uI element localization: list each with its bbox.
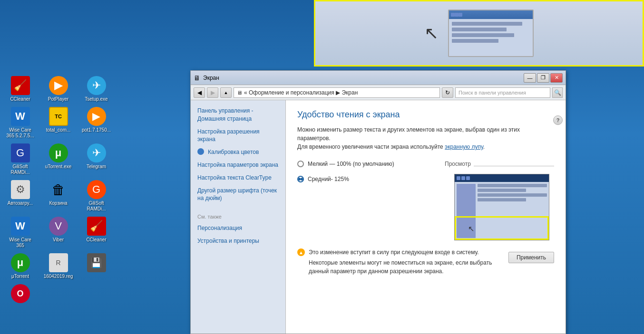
title-bar-text: Экран [203, 75, 219, 81]
main-content: Панель управления - Домашняя страница На… [191, 100, 566, 334]
avtozagr-label: Автозагру... [8, 200, 33, 206]
sidebar-link-params[interactable]: Настройка параметров экрана [191, 159, 285, 171]
desktop-icon-ccleaner[interactable]: 🧹 CCleaner [5, 76, 36, 102]
potplayer-label: PotPlayer [48, 96, 68, 102]
ccleaner-icon: 🧹 [11, 76, 30, 95]
forward-button[interactable]: ▶ [207, 87, 218, 98]
preview-window: ↖ [454, 174, 549, 240]
back-button[interactable]: ◀ [194, 87, 205, 98]
address-bar: ◀ ▶ ▲ 🖥 « Оформление и персонализация ▶ … [191, 85, 566, 100]
wiscare2-icon: W [11, 217, 30, 236]
desktop-icon-tsetup[interactable]: ✈ Tsetup.exe [81, 76, 112, 102]
up-button[interactable]: ▲ [220, 87, 232, 98]
utorrent2-icon: μ [11, 253, 30, 272]
content-title: Удобство чтения с экрана [297, 110, 554, 120]
sidebar-link-fontsize[interactable]: Другой размер шрифта (точек на дюйм) [191, 185, 285, 205]
radio-option-small[interactable]: Мелкий — 100% (по умолчанию) [297, 161, 445, 167]
telegram-label: Telegram [87, 164, 106, 170]
pw-dot-3 [466, 176, 470, 180]
sidebar-see-also: См. также [191, 212, 285, 221]
sidebar-link-calibration[interactable]: Калибровка цветов [191, 146, 285, 158]
floppy-icon: 💾 [87, 253, 106, 272]
viber-label: Viber [53, 237, 64, 243]
radio-medium-input[interactable] [297, 176, 304, 182]
desktop-icon-wiscare[interactable]: W Wise Care 365 5.2.7.5... [5, 107, 36, 139]
ccleaner2-label: CCleaner [86, 237, 106, 243]
preview-cursor-icon: ↖ [468, 224, 474, 233]
ccleaner-label: CCleaner [10, 96, 30, 102]
sidebar-link-resolution[interactable]: Настройка разрешения экрана [191, 126, 285, 146]
totalcmd-label: total_com... [46, 127, 71, 133]
desktop-icon-avtozagr[interactable]: ⚙ Автозагру... [5, 180, 36, 212]
description-end: . [483, 143, 485, 150]
korzina-icon: 🗑 [49, 180, 68, 199]
help-button[interactable]: ? [553, 115, 563, 125]
radio-medium-label: Средний- 125% [308, 176, 349, 182]
apply-button[interactable]: Применить [508, 252, 554, 263]
radio-option-medium[interactable]: Средний- 125% [297, 176, 445, 182]
sidebar-link-personalization[interactable]: Персонализация [191, 222, 285, 234]
minimize-button[interactable]: — [524, 73, 536, 83]
content-description: Можно изменить размер текста и других эл… [297, 125, 554, 151]
desktop-icon-korzina[interactable]: 🗑 Корзина [43, 180, 74, 212]
desktop-icon-floppy[interactable]: 💾 [81, 253, 112, 279]
totalcmd-icon: TC [49, 107, 68, 126]
utorrent2-label: μTorrent [11, 274, 29, 279]
gilisoft2-icon: G [87, 180, 106, 199]
refresh-button[interactable]: ↻ [442, 87, 453, 98]
tsetup-label: Tsetup.exe [85, 96, 107, 102]
sidebar-home-link[interactable]: Панель управления - Домашняя страница [191, 105, 285, 125]
mini-title-bar [449, 10, 533, 19]
top-preview-area: ↖ [314, 0, 644, 67]
desktop-icon-reg[interactable]: R 16042019.reg [43, 253, 74, 279]
calibration-icon [197, 148, 204, 155]
top-preview-window [448, 10, 534, 57]
close-button[interactable]: ✕ [550, 73, 563, 83]
desktop-icon-utorrent2[interactable]: μ μTorrent [5, 253, 36, 279]
screen-magnifier-link[interactable]: экранную лупу [445, 143, 483, 150]
opera-icon: O [11, 284, 30, 303]
mini-content [449, 19, 533, 56]
search-field[interactable]: Поиск в панели управления [455, 87, 550, 98]
desktop-icon-ccleaner2[interactable]: 🧹 CCleaner [81, 217, 112, 248]
desktop-icon-gilisoft2[interactable]: G GiliSoft RAMDi... [81, 180, 112, 212]
desktop-icon-wiscare2[interactable]: W Wise Care 365 [5, 217, 36, 248]
ccleaner2-icon: 🧹 [87, 217, 106, 236]
reg-icon: R [49, 253, 68, 272]
gilisoft2-label: GiliSoft RAMDi... [81, 200, 112, 212]
radio-selected-dot [298, 178, 301, 181]
tsetup-icon: ✈ [87, 76, 106, 95]
preview-divider [474, 166, 554, 166]
title-bar-controls: — ❐ ✕ [524, 73, 563, 83]
desktop-icon-telegram[interactable]: ✈ Telegram [81, 143, 112, 175]
pot17-label: pot1.7.1750... [82, 127, 111, 133]
address-field[interactable]: 🖥 « Оформление и персонализация ▶ Экран [234, 87, 440, 98]
desktop-icon-viber[interactable]: V Viber [43, 217, 74, 248]
warning-icon: ▲ [297, 248, 305, 256]
desktop-icon-utorrent[interactable]: μ uTorrent.exe [43, 143, 74, 175]
calibration-label: Калибровка цветов [208, 148, 259, 156]
sidebar-link-cleartype[interactable]: Настройка текста ClearType [191, 172, 285, 184]
desktop-icon-potplayer[interactable]: ▶ PotPlayer [43, 76, 74, 102]
desktop-icon-pot17[interactable]: ▶ pot1.7.1750... [81, 107, 112, 139]
desktop-icon-totalcmd[interactable]: TC total_com... [43, 107, 74, 139]
avtozagr-icon: ⚙ [11, 180, 30, 199]
desktop-icon-gilisoft[interactable]: G GiliSoft RAMDi... [5, 143, 36, 175]
pw-line-4 [478, 198, 526, 201]
see-also-label: См. также [197, 214, 222, 219]
wiscare2-label: Wise Care 365 [5, 237, 36, 248]
gilisoft-icon: G [11, 143, 30, 162]
desktop: konekto.ru ↖ 🧹 CCleaner [0, 0, 644, 334]
sidebar-link-devices[interactable]: Устройства и принтеры [191, 235, 285, 247]
desktop-icon-opera[interactable]: O [5, 284, 36, 305]
title-bar-icon: 🖥 [194, 74, 200, 82]
utorrent-icon: μ [49, 143, 68, 162]
pot17-icon: ▶ [87, 107, 106, 126]
search-button[interactable]: 🔍 [552, 87, 563, 98]
restore-button[interactable]: ❐ [537, 73, 549, 83]
sidebar: Панель управления - Домашняя страница На… [191, 100, 286, 334]
cursor-icon: ↖ [424, 23, 439, 43]
radio-small-input[interactable] [297, 161, 304, 167]
pw-dot-2 [461, 176, 465, 180]
viber-icon: V [49, 217, 68, 236]
